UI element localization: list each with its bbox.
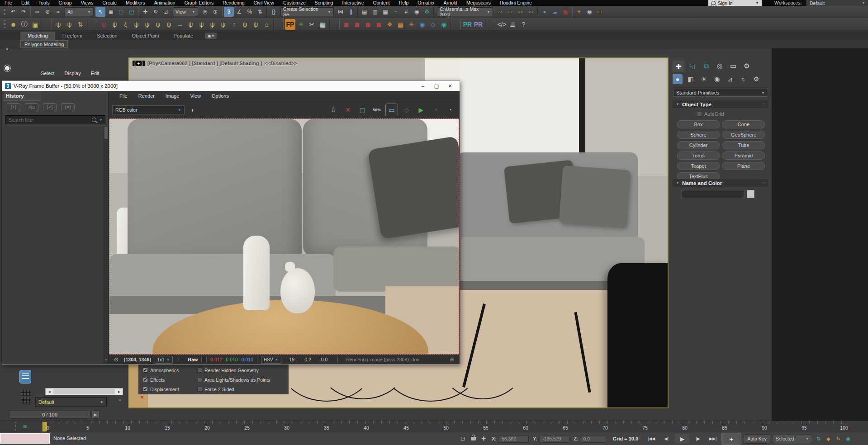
save-scene-icon[interactable]: ▱ xyxy=(516,7,526,17)
project-folder-dropdown[interactable]: C:\Users\a...s Max 2020▼ xyxy=(437,7,493,16)
render-setup-teapot-icon[interactable]: ● xyxy=(540,7,550,17)
reference-coordsys-dropdown[interactable]: View▼ xyxy=(173,7,198,16)
explorer-menu-item[interactable]: Display xyxy=(65,71,81,76)
ornatrix-tool-icon[interactable]: ψ xyxy=(99,19,109,30)
bulb-plugin-icon[interactable]: ☀ xyxy=(406,19,417,30)
scroll-right-arrow[interactable]: ▸ xyxy=(115,389,123,394)
next-frame-button[interactable]: |▶ xyxy=(692,434,704,443)
ribbon-config-dropdown[interactable]: ▣ ▾ xyxy=(205,33,217,39)
primitive-button[interactable]: Teapot xyxy=(677,162,720,170)
vfb-title-bar[interactable]: 3 V-Ray Frame Buffer - [50.0% of 3000 x … xyxy=(2,81,460,91)
info-settings-icon[interactable]: ⓘ xyxy=(19,19,29,30)
angle-snap-icon[interactable]: ∠ xyxy=(234,7,244,17)
checkbox[interactable] xyxy=(143,368,148,373)
ornatrix-tool-icon[interactable]: ⇅ xyxy=(75,19,85,30)
menu-item[interactable]: Megascans xyxy=(462,0,495,6)
play-button[interactable]: ▶ xyxy=(675,434,689,443)
frame-spinner[interactable]: 0 / 100 xyxy=(9,410,90,419)
go-to-start-button[interactable]: |◀◀ xyxy=(645,434,658,443)
menu-item[interactable]: Modifiers xyxy=(121,0,150,6)
checkbox[interactable] xyxy=(143,377,148,382)
motion-tab[interactable]: ◎ xyxy=(714,61,725,71)
save-plus-icon[interactable]: ▱ xyxy=(526,7,536,17)
log-icon[interactable]: ≣ xyxy=(448,355,456,364)
redo-icon[interactable]: ↷ xyxy=(19,7,28,17)
toggle-layer-explorer-icon[interactable]: ▥ xyxy=(370,7,380,17)
camera-icon[interactable]: ◉ xyxy=(584,7,594,17)
ribbon-tab[interactable]: Modeling xyxy=(20,32,55,40)
menu-item[interactable]: Views xyxy=(76,0,98,6)
ornatrix-house-icon[interactable]: ⌂ xyxy=(261,19,272,30)
primitive-button[interactable]: Cylinder xyxy=(677,141,720,149)
space-warps-category[interactable]: ≈ xyxy=(738,74,748,84)
vfb-menu-item[interactable]: Render xyxy=(133,93,160,99)
menu-item[interactable]: Animation xyxy=(150,0,180,6)
cameras-category[interactable]: ◉ xyxy=(712,74,722,84)
use-pivot-point-icon[interactable]: ◎ xyxy=(200,7,210,17)
menu-item[interactable]: Arnold xyxy=(439,0,462,6)
menu-item[interactable]: Customize xyxy=(279,0,310,6)
menu-item[interactable]: Rendering xyxy=(218,0,249,6)
time-slider-handle[interactable] xyxy=(43,422,47,431)
bind-to-space-warp-icon[interactable]: ≈ xyxy=(53,7,63,17)
chevron-down-icon[interactable]: ▼ xyxy=(99,118,103,122)
vfb-menu-item[interactable]: Options xyxy=(206,93,234,99)
ribbon-tab[interactable]: Populate xyxy=(166,32,200,40)
modify-tab[interactable]: ◱ xyxy=(687,61,698,71)
z-coordinate-field[interactable]: 0,0 xyxy=(581,435,606,443)
menu-item[interactable]: Tools xyxy=(34,0,54,6)
sign-in-dropdown[interactable]: Sign In ▼ xyxy=(708,0,762,6)
show-border-icon[interactable]: ▭ xyxy=(385,104,398,116)
key-filters-icon[interactable]: ⇅ xyxy=(815,435,822,443)
ornatrix-tool-icon[interactable]: ψ xyxy=(196,19,207,30)
ornatrix-tool-icon[interactable]: ψ xyxy=(109,19,120,30)
select-object-icon[interactable]: ↖ xyxy=(95,7,105,17)
go-to-end-button[interactable]: ▶▶| xyxy=(707,434,719,443)
ribbon-tab[interactable]: Selection xyxy=(90,32,124,40)
scrollbar-thumb[interactable] xyxy=(53,389,115,394)
primitive-button[interactable]: GeoSphere xyxy=(722,131,765,139)
primitive-button[interactable]: Tube xyxy=(722,141,765,149)
frame-next-button[interactable]: ▶ xyxy=(91,410,100,419)
zoom-dropdown[interactable]: 1x1▼ xyxy=(155,356,173,364)
render-last-icon[interactable]: ▶ xyxy=(415,104,427,116)
compare-ab-icon[interactable]: A|B xyxy=(25,103,38,111)
explorer-horizontal-scrollbar[interactable]: ◂ ▸ xyxy=(45,388,123,395)
rollout-drag-dots[interactable]: ∷ xyxy=(763,181,765,185)
script-doc-icon[interactable]: </> xyxy=(497,19,507,30)
toggle-scene-explorer-icon[interactable]: ▤ xyxy=(360,7,370,17)
x-coordinate-field[interactable]: 56,362 xyxy=(499,435,529,443)
timeline-drag-handle[interactable] xyxy=(15,422,16,431)
cut-tool-icon[interactable]: ✂ xyxy=(307,19,317,30)
frame-buffer-icon[interactable]: ▭ xyxy=(595,7,605,17)
zoom-ratio-icon[interactable]: 50% xyxy=(371,104,383,116)
primitive-button[interactable]: Cone xyxy=(722,120,765,128)
help-icon[interactable]: ? xyxy=(518,19,529,30)
lights-category[interactable]: ☀ xyxy=(699,74,709,84)
vfb-rendered-image[interactable] xyxy=(109,118,459,355)
grid-large-icon[interactable] xyxy=(21,398,31,403)
explorer-menu-item[interactable]: Select xyxy=(41,71,55,76)
curve-editor-icon[interactable]: ~ xyxy=(391,7,401,17)
color-clamp-icon[interactable]: ◐ xyxy=(187,104,199,116)
vfb-menu-item[interactable]: File xyxy=(114,93,133,99)
menu-item[interactable]: Group xyxy=(54,0,76,6)
viewport-plus-menu[interactable]: [ + ] xyxy=(133,61,145,66)
ornatrix-up-icon[interactable]: ↑ xyxy=(229,19,239,30)
sun-icon[interactable] xyxy=(3,64,11,72)
render-camera-icon[interactable]: ◔ xyxy=(430,104,441,116)
tree-plugin-icon[interactable]: ✳ xyxy=(296,19,306,30)
ornatrix-tool-icon[interactable]: ψ xyxy=(164,19,174,30)
checkbox[interactable] xyxy=(197,368,202,373)
explorer-menu-item[interactable]: Edit xyxy=(91,71,100,76)
menu-item[interactable]: Houdini Engine xyxy=(495,0,536,6)
maximize-button[interactable]: ▢ xyxy=(430,81,443,90)
cloud-render-icon[interactable]: ☁ xyxy=(550,7,560,17)
loop-mode-icon[interactable]: ↻ xyxy=(835,435,842,443)
save-image-icon[interactable]: ⇩ xyxy=(327,104,339,116)
select-and-scale-icon[interactable]: ⊿ xyxy=(161,7,171,17)
menu-item[interactable]: Ornatrix xyxy=(413,0,439,6)
ornatrix-tool-icon[interactable]: ψ xyxy=(142,19,152,30)
create-tab[interactable]: ✚ xyxy=(673,61,684,72)
history-scrollbar[interactable]: ▼ xyxy=(104,126,108,364)
